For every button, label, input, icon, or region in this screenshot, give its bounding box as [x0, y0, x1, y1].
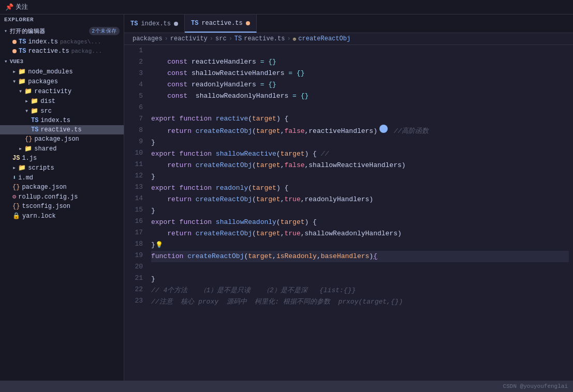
packages-folder-icon: 📁 — [18, 78, 26, 85]
vue3-section-header[interactable]: VUE3 — [0, 56, 124, 67]
code-line-17: return createReactObj(target,true,shallo… — [151, 228, 569, 239]
ln-17: 17 — [128, 227, 143, 238]
code-line-13: export function readonly(target) { — [151, 183, 569, 194]
sidebar-open-index-ts[interactable]: TS index.ts packages\... — [0, 37, 124, 47]
code-line-23: //注意 核心 proxy 源码中 柯里化: 根据不同的参数 prxoy(tar… — [151, 296, 569, 308]
sep2: › — [210, 35, 213, 42]
breadcrumb-packages[interactable]: packages — [133, 35, 163, 42]
sidebar-src[interactable]: 📁 src — [0, 106, 124, 116]
top-bar: 📌 关注 — [0, 0, 573, 14]
open-reactive-ts-name: reactive.ts — [28, 48, 69, 55]
pin-section[interactable]: 📌 关注 — [5, 3, 28, 11]
tsconfig-label: tsconfig.json — [22, 203, 70, 210]
open-editors-section[interactable]: 打开的编辑器 2个未保存 — [0, 25, 124, 37]
code-editor[interactable]: 1 2 3 4 5 6 7 8 9 10 11 12 13 14 15 16 1… — [124, 45, 573, 381]
bottom-bar: CSDN @youyoufenglai — [0, 381, 573, 392]
breadcrumb-src[interactable]: src — [215, 35, 227, 42]
package-json-reactivity-label: package.json — [34, 135, 79, 143]
scripts-folder-icon: 📁 — [18, 164, 26, 172]
sep1: › — [165, 35, 168, 42]
ln-8: 8 — [128, 125, 143, 136]
ln-2: 2 — [128, 56, 143, 68]
tab-reactive-ts-icon: TS — [191, 20, 198, 27]
code-line-7: export function reactive(target) { — [151, 113, 569, 125]
sidebar-dist[interactable]: 📁 dist — [0, 96, 124, 106]
ln-7: 7 — [128, 113, 143, 125]
sidebar-yarn-lock[interactable]: 🔒 yarn.lock — [0, 211, 124, 221]
sidebar-packages[interactable]: 📁 packages — [0, 77, 124, 86]
src-reactive-ts-label: reactive.ts — [40, 126, 81, 133]
open-reactive-ts-path: packag... — [71, 48, 102, 54]
shared-folder-icon: 📁 — [24, 145, 32, 153]
scripts-label: scripts — [28, 164, 54, 172]
editor-area: TS index.ts TS reactive.ts packages › re… — [124, 14, 573, 381]
sidebar-node-modules[interactable]: 📁 node_modules — [0, 67, 124, 77]
md-icon: ⬇ — [12, 174, 16, 182]
dist-arrow — [25, 97, 28, 105]
breadcrumb-fn-icon: ⊕ — [293, 36, 297, 42]
sidebar-package-json-root[interactable]: {} package.json — [0, 183, 124, 192]
sep3: › — [229, 35, 232, 42]
sidebar-reactivity[interactable]: 📁 reactivity — [0, 86, 124, 96]
sidebar-tsconfig[interactable]: {} tsconfig.json — [0, 202, 124, 211]
code-line-5: const shallowReadonlyHandlers = {} — [151, 91, 569, 102]
tab-index-ts-label: index.ts — [141, 20, 171, 27]
explorer-label: EXPLORER — [4, 17, 34, 23]
open-editors-label: 打开的编辑器 — [10, 27, 46, 35]
open-editors-badge: 2个未保存 — [89, 27, 120, 35]
ln-10: 10 — [128, 147, 143, 159]
src-index-ts-icon: TS — [31, 117, 38, 124]
breadcrumb-reactivity[interactable]: reactivity — [170, 35, 208, 42]
sidebar-rollup-config[interactable]: ⚙ rollup.config.js — [0, 192, 124, 202]
json-icon-reactivity: {} — [25, 135, 32, 143]
watermark: CSDN @youyoufenglai — [503, 383, 568, 389]
code-line-2: const reactiveHandlers = {} — [151, 56, 569, 68]
code-line-22: // 4个方法 （1）是不是只读 （2）是不是深 {list:{}} — [151, 285, 569, 296]
breadcrumb-createreactobj[interactable]: createReactObj — [298, 35, 350, 42]
tab-index-ts[interactable]: TS index.ts — [124, 14, 185, 33]
sidebar-1js[interactable]: JS 1.js — [0, 154, 124, 163]
folder-icon: 📁 — [18, 68, 26, 76]
breadcrumb-reactive-ts[interactable]: reactive.ts — [244, 35, 285, 42]
sidebar-i-md[interactable]: ⬇ i.md — [0, 173, 124, 183]
ln-20: 20 — [128, 261, 143, 273]
sep4: › — [287, 35, 290, 42]
code-line-19: function createReactObj(target,isReadonl… — [151, 251, 569, 262]
sidebar-shared[interactable]: 📁 shared — [0, 144, 124, 154]
ln-13: 13 — [128, 182, 143, 193]
unsaved-dot — [12, 40, 17, 44]
ln-12: 12 — [128, 170, 143, 182]
tab-index-ts-dot — [174, 22, 178, 26]
code-content: const reactiveHandlers = {} const shallo… — [147, 45, 573, 381]
line-numbers: 1 2 3 4 5 6 7 8 9 10 11 12 13 14 15 16 1… — [124, 45, 147, 381]
ln-14: 14 — [128, 193, 143, 204]
vue3-arrow — [4, 58, 8, 65]
tab-reactive-ts[interactable]: TS reactive.ts — [185, 14, 257, 33]
sidebar-package-json-reactivity[interactable]: {} package.json — [0, 134, 124, 144]
ln-21: 21 — [128, 273, 143, 284]
1js-label: 1.js — [22, 155, 37, 162]
sidebar: EXPLORER 打开的编辑器 2个未保存 TS index.ts packag… — [0, 14, 124, 381]
reactivity-arrow — [19, 87, 22, 95]
code-line-10: export function shallowReactive(target) … — [151, 148, 569, 160]
dist-folder-icon: 📁 — [31, 97, 38, 105]
sidebar-open-reactive-ts[interactable]: TS reactive.ts packag... — [0, 47, 124, 56]
code-line-15: } — [151, 205, 569, 217]
ts-icon-reactive: TS — [19, 48, 26, 55]
sidebar-src-reactive-ts[interactable]: TS reactive.ts — [0, 125, 124, 134]
explorer-header[interactable]: EXPLORER — [0, 14, 124, 25]
ln-18: 18 — [128, 238, 143, 250]
breadcrumb-ts-icon: TS — [234, 35, 242, 42]
main-layout: EXPLORER 打开的编辑器 2个未保存 TS index.ts packag… — [0, 14, 573, 381]
ln-4: 4 — [128, 79, 143, 91]
sidebar-scripts[interactable]: 📁 scripts — [0, 163, 124, 173]
packages-label: packages — [28, 78, 58, 85]
vue3-label: VUE3 — [10, 58, 23, 65]
dist-label: dist — [40, 98, 55, 105]
shared-label: shared — [34, 145, 56, 153]
packages-arrow — [12, 78, 16, 85]
sidebar-src-index-ts[interactable]: TS index.ts — [0, 116, 124, 125]
src-arrow — [25, 107, 28, 115]
code-line-9: } — [151, 137, 569, 148]
rollup-config-label: rollup.config.js — [18, 193, 78, 201]
